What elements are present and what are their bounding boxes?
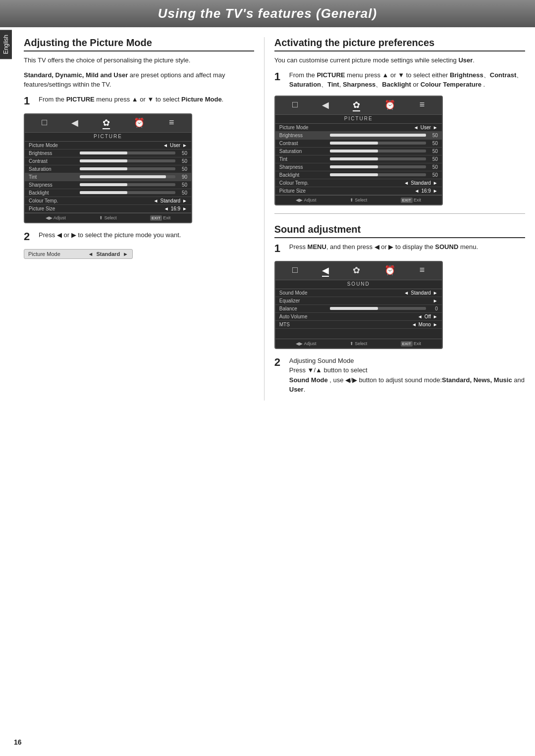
menu-row-backlight: Backlight 50 <box>25 189 191 197</box>
tv-menu-icons-right: □ ◀ ✿ ⏰ ≡ <box>275 97 442 115</box>
page-title: Using the TV's features (General) <box>0 6 535 21</box>
menu-row-equalizer: Equalizer ► <box>275 297 442 305</box>
page-number: 16 <box>14 738 22 746</box>
section-divider <box>274 213 525 214</box>
icon-clock-r: ⏰ <box>384 100 395 111</box>
menu-row-picture-size-r: Picture Size ◄ 16:9 ► <box>275 187 442 195</box>
menu-row-picture-mode: Picture Mode ◄ User ► <box>25 142 191 150</box>
menu-spacer <box>275 329 442 339</box>
tv-menu-label-sound: SOUND <box>275 280 442 289</box>
tv-menu-label-picture: PICTURE <box>25 133 191 142</box>
picture-mode-body2: Standard, Dynamic, Mild and User are pre… <box>24 70 254 90</box>
step-1-prefs: 1 From the PICTURE menu press ▲ or ▼ to … <box>274 70 525 90</box>
step-1-sound: 1 Press MENU, and then press ◀ or ▶ to d… <box>274 242 525 255</box>
tv-menu-picture-left: □ ◀ ✿ ⏰ ≡ PICTURE Picture Mode ◄ User ► … <box>24 113 192 223</box>
menu-row-auto-volume: Auto Volume ◄ Off ► <box>275 313 442 321</box>
icon-screen-r: □ <box>292 100 298 111</box>
menu-row-saturation: Saturation 50 <box>25 165 191 173</box>
tv-menu-footer-sound: ◀▶ Adjust ⬆ Select EXIT Exit <box>275 339 442 348</box>
icon-picture-active: ✿ <box>103 117 110 129</box>
menu-row-contrast: Contrast 50 <box>25 157 191 165</box>
icon-menu-r: ≡ <box>420 100 425 111</box>
section-picture-mode-title: Adjusting the Picture Mode <box>24 37 254 51</box>
menu-row-tint: Tint 90 <box>25 173 191 181</box>
icon-picture-active-r: ✿ <box>353 100 360 111</box>
menu-row-backlight-r: Backlight 50 <box>275 171 442 179</box>
menu-row-tint-r: Tint 50 <box>275 155 442 163</box>
tv-menu-icons-left: □ ◀ ✿ ⏰ ≡ <box>25 114 191 133</box>
menu-row-picture-size: Picture Size ◄ 16:9 ► <box>25 205 191 213</box>
icon-screen-s: □ <box>292 265 298 277</box>
tv-menu-sound: □ ◀ ✿ ⏰ ≡ SOUND Sound Mode ◄ Standard ► … <box>274 261 443 349</box>
right-column: Activating the picture preferences You c… <box>265 37 525 401</box>
icon-sound-active-s: ◀ <box>322 265 329 277</box>
picture-mode-body: This TV offers the choice of personalisi… <box>24 55 254 65</box>
tv-menu-picture-right: □ ◀ ✿ ⏰ ≡ PICTURE Picture Mode ◄ User ► … <box>274 96 443 205</box>
step-2-sound: 2 Adjusting Sound Mode Press ▼/▲ button … <box>274 356 525 395</box>
menu-row-contrast-r: Contrast 50 <box>275 140 442 148</box>
menu-row-saturation-r: Saturation 50 <box>275 148 442 155</box>
step2-picture-text: Press ◀ or ▶ to select the picture mode … <box>39 230 254 240</box>
menu-row-brightness: Brightness 50 <box>25 150 191 157</box>
menu-row-sharpness: Sharpness 50 <box>25 181 191 189</box>
menu-row-balance: Balance 0 <box>275 305 442 313</box>
section-sound-title: Sound adjustment <box>274 224 525 238</box>
icon-menu: ≡ <box>169 117 174 129</box>
picture-mode-mini-bar: Picture Mode ◄ Standard ► <box>24 249 133 259</box>
menu-row-colour-temp-r: Colour Temp. ◄ Standard ► <box>275 179 442 187</box>
icon-clock: ⏰ <box>134 117 145 129</box>
section-sound-adjustment: Sound adjustment 1 Press MENU, and then … <box>274 224 525 395</box>
left-column: Adjusting the Picture Mode This TV offer… <box>24 37 265 401</box>
language-tab: English <box>0 30 12 59</box>
tv-menu-footer-left: ◀▶ Adjust ⬆ Select EXIT Exit <box>25 213 191 222</box>
icon-sound-r: ◀ <box>322 100 329 111</box>
main-content: Adjusting the Picture Mode This TV offer… <box>14 37 535 401</box>
icon-menu-s: ≡ <box>420 265 425 277</box>
menu-row-picture-mode-r: Picture Mode ◄ User ► <box>275 124 442 132</box>
page-header: Using the TV's features (General) <box>0 0 535 27</box>
icon-screen: □ <box>42 117 47 129</box>
tv-menu-icons-sound: □ ◀ ✿ ⏰ ≡ <box>275 262 442 280</box>
step-1-picture: 1 From the PICTURE menu press ▲ or ▼ to … <box>24 95 254 107</box>
language-label: English <box>2 35 9 54</box>
section-picture-mode: Adjusting the Picture Mode This TV offer… <box>24 37 254 259</box>
section-picture-prefs: Activating the picture preferences You c… <box>274 37 525 205</box>
icon-picture-s: ✿ <box>353 265 360 277</box>
icon-sound: ◀ <box>71 117 78 129</box>
tv-menu-footer-right: ◀▶ Adjust ⬆ Select EXIT Exit <box>275 195 442 204</box>
menu-row-brightness-r: Brightness 50 <box>275 132 442 140</box>
tv-menu-label-picture-r: PICTURE <box>275 115 442 124</box>
picture-prefs-body: You can customise current picture mode s… <box>274 55 525 65</box>
menu-row-colour-temp: Colour Temp. ◄ Standard ► <box>25 197 191 205</box>
icon-clock-s: ⏰ <box>384 265 395 277</box>
menu-row-sharpness-r: Sharpness 50 <box>275 163 442 171</box>
step2-sound-title: Adjusting Sound Mode <box>289 357 354 364</box>
menu-row-mts: MTS ◄ Mono ► <box>275 321 442 329</box>
menu-row-sound-mode: Sound Mode ◄ Standard ► <box>275 289 442 297</box>
section-picture-prefs-title: Activating the picture preferences <box>274 37 525 51</box>
step-2-picture: 2 Press ◀ or ▶ to select the picture mod… <box>24 230 254 243</box>
